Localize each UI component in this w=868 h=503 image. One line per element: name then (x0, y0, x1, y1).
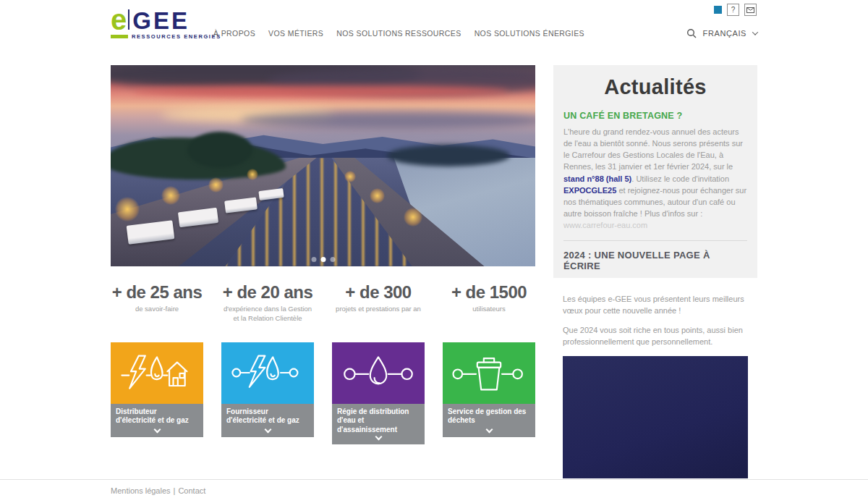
language-label[interactable]: FRANÇAIS (703, 29, 746, 38)
hero-carousel[interactable] (111, 65, 535, 266)
mail-icon[interactable] (744, 4, 757, 16)
hero-trees (387, 145, 510, 166)
nav-item-solutions-energies[interactable]: NOS SOLUTIONS ÉNERGIES (475, 29, 584, 38)
logo-e-mark: e (111, 9, 126, 31)
tile-distributeur-electricite-gaz[interactable]: Distributeur d'électricité et de gaz (111, 342, 203, 445)
article-paragraph: Les équipes e-GEE vous présentent leurs … (563, 294, 748, 317)
main-nav: À PROPOS VOS MÉTIERS NOS SOLUTIONS RESSO… (213, 29, 584, 38)
logo[interactable]: e GEE RESSOURCES ENERGIES (111, 9, 221, 40)
article-paragraph: Que 2024 vous soit riche en tous points,… (563, 325, 748, 348)
hero-ground (111, 158, 535, 266)
hero-lamp-glow (344, 171, 356, 182)
hero-lamp-glow (208, 177, 224, 193)
stat-experience-years: + de 25 ans de savoir-faire (111, 282, 203, 324)
logo-separator (128, 9, 129, 30)
main-content: + de 25 ans de savoir-faire + de 20 ans … (0, 65, 868, 478)
lightning-flame-house-icon (111, 342, 203, 404)
article-content-box: Les équipes e-GEE vous présentent leurs … (553, 278, 757, 478)
header-utility-icons: ? (714, 4, 757, 16)
article-heading: 2024 : UNE NOUVELLE PAGE À ÉCRIRE (563, 250, 747, 271)
carousel-dot[interactable] (330, 257, 335, 262)
tile-band: Fournisseur d'électricité et de gaz (221, 404, 314, 437)
sidebar-title: Actualités (563, 75, 747, 99)
hero-trees (187, 132, 252, 168)
carousel-dot[interactable] (311, 257, 316, 262)
tile-regie-eau-assainissement[interactable]: Régie de distribution d'eau et d'assaini… (332, 342, 425, 445)
carousel-dots (311, 257, 335, 262)
stat-users: + de 1500 utilisateurs (443, 282, 535, 324)
footer-separator: | (174, 486, 176, 495)
chevron-down-icon[interactable] (375, 434, 382, 441)
chevron-down-icon[interactable] (485, 426, 493, 433)
site-footer: Mentions légales|Contact (0, 479, 868, 503)
blue-square-icon[interactable] (714, 6, 722, 14)
language-selector: FRANÇAIS (686, 28, 757, 38)
tile-band: Service de gestion des déchets (443, 404, 535, 437)
news-article-2024: 2024 : UNE NOUVELLE PAGE À ÉCRIRE Les éq… (563, 250, 747, 478)
tile-band: Régie de distribution d'eau et d'assaini… (332, 404, 425, 445)
mentions-legales-link[interactable]: Mentions légales (111, 486, 171, 495)
site-header: e GEE RESSOURCES ENERGIES À PROPOS VOS M… (0, 0, 868, 65)
tile-band: Distributeur d'électricité et de gaz (111, 404, 203, 437)
lightning-flame-circuit-icon (221, 342, 314, 404)
hero-lamp-glow (370, 188, 385, 203)
logo-dash (111, 35, 128, 38)
water-drop-circuit-icon (332, 342, 425, 404)
news-sidebar: Actualités UN CAFÉ EN BRETAGNE ? L'heure… (553, 65, 757, 478)
contact-link[interactable]: Contact (178, 486, 205, 495)
video-player[interactable]: ▶ 0:00 / 0:15 (563, 356, 748, 478)
search-icon[interactable] (686, 28, 697, 38)
logo-tagline: RESSOURCES ENERGIES (132, 33, 221, 40)
chevron-down-icon[interactable] (752, 29, 758, 35)
stat-projects: + de 300 projets et prestations par an (332, 282, 425, 324)
stats-row: + de 25 ans de savoir-faire + de 20 ans … (111, 282, 535, 324)
hero-lamp-glow (115, 197, 140, 221)
stat-gestion-years: + de 20 ans d'expérience dans la Gestion… (221, 282, 314, 324)
tile-fournisseur-electricite-gaz[interactable]: Fournisseur d'électricité et de gaz (221, 342, 314, 445)
chevron-down-icon[interactable] (153, 426, 161, 433)
page: e GEE RESSOURCES ENERGIES À PROPOS VOS M… (0, 0, 868, 503)
trash-bin-circuit-icon (443, 342, 535, 404)
article-heading: UN CAFÉ EN BRETAGNE ? (563, 111, 747, 121)
carrefour-eau-link[interactable]: www.carrefour-eau.com (563, 221, 647, 229)
nav-item-vos-metiers[interactable]: VOS MÉTIERS (268, 29, 323, 38)
left-column: + de 25 ans de savoir-faire + de 20 ans … (111, 65, 535, 444)
news-article-bretagne: UN CAFÉ EN BRETAGNE ? L'heure du grand r… (563, 111, 747, 231)
chevron-down-icon[interactable] (264, 426, 271, 433)
logo-name: GEE (132, 11, 190, 31)
hero-lamp-glow (247, 169, 258, 180)
hero-lamp-glow (404, 208, 422, 227)
hero-cloud (132, 85, 509, 97)
help-icon[interactable]: ? (727, 4, 739, 16)
hero-cloud (241, 111, 535, 129)
article-body: L'heure du grand rendez-vous annuel des … (563, 126, 747, 231)
sidebar-divider (563, 240, 747, 241)
carousel-dot-active[interactable] (320, 257, 326, 262)
nav-item-a-propos[interactable]: À PROPOS (213, 29, 255, 38)
tile-gestion-dechets[interactable]: Service de gestion des déchets (443, 342, 535, 445)
nav-item-solutions-ressources[interactable]: NOS SOLUTIONS RESSOURCES (336, 29, 461, 38)
service-tiles: Distributeur d'électricité et de gaz (111, 342, 535, 445)
